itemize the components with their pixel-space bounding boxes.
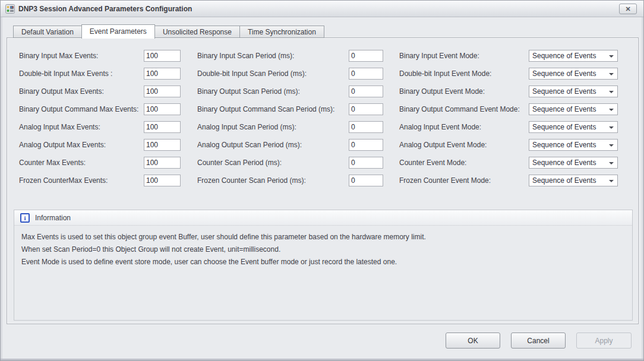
- frozen-counter-scan-period-input[interactable]: [349, 175, 383, 186]
- form-row-analog-output: Analog Output Max Events: Analog Output …: [7, 139, 638, 151]
- binary-output-command-event-mode-value: Sequence of Events: [532, 104, 596, 115]
- analog-input-scan-period-label: Analog Input Scan Period (ms):: [197, 121, 296, 133]
- chevron-down-icon: [609, 126, 614, 129]
- binary-input-event-mode-label: Binary Input Event Mode:: [399, 50, 479, 62]
- app-icon: [5, 4, 15, 14]
- dialog-window: DNP3 Session Advanced Parameters Configu…: [0, 0, 644, 361]
- binary-input-max-events-label: Binary Input Max Events:: [19, 50, 98, 62]
- info-line: Max Events is used to set this object gr…: [21, 231, 625, 243]
- binary-output-command-event-mode-label: Binary Output Command Event Mode:: [399, 103, 520, 115]
- frozen-counter-event-mode-value: Sequence of Events: [532, 175, 596, 186]
- chevron-down-icon: [609, 180, 614, 182]
- binary-output-event-mode-value: Sequence of Events: [532, 86, 596, 97]
- binary-output-command-scan-period-label: Binary Output Command Scan Period (ms):: [197, 103, 334, 115]
- frozen-counter-event-mode-label: Frozen Counter Event Mode:: [399, 175, 491, 186]
- binary-output-scan-period-input[interactable]: [349, 86, 383, 97]
- close-button[interactable]: ✕: [619, 4, 637, 14]
- binary-output-scan-period-label: Binary Output Scan Period (ms):: [197, 86, 300, 97]
- chevron-down-icon: [609, 109, 614, 111]
- frozen-counter-event-mode-select[interactable]: Sequence of Events: [529, 175, 618, 186]
- tab-default-variation[interactable]: Default Variation: [13, 26, 82, 38]
- counter-max-events-label: Counter Max Events:: [19, 157, 86, 169]
- information-group: i Information Max Events is used to set …: [14, 210, 633, 321]
- window-title: DNP3 Session Advanced Parameters Configu…: [18, 1, 192, 17]
- analog-output-max-events-input[interactable]: [144, 139, 181, 151]
- information-title: Information: [35, 210, 71, 226]
- analog-output-max-events-label: Analog Output Max Events:: [19, 139, 106, 151]
- form-row-frozen-counter: Frozen CounterMax Events: Frozen Counter…: [7, 175, 638, 186]
- tab-panel-event-parameters: Binary Input Max Events: Binary Input Sc…: [7, 37, 639, 324]
- form-row-analog-input: Analog Input Max Events: Analog Input Sc…: [7, 121, 638, 133]
- binary-input-scan-period-label: Binary Input Scan Period (ms):: [197, 50, 294, 62]
- double-bit-input-event-mode-label: Double-bit Input Event Mode:: [399, 68, 491, 80]
- binary-input-event-mode-select[interactable]: Sequence of Events: [529, 50, 618, 62]
- binary-output-command-event-mode-select[interactable]: Sequence of Events: [529, 103, 618, 115]
- analog-input-max-events-input[interactable]: [144, 121, 181, 133]
- frozen-counter-max-events-label: Frozen CounterMax Events:: [19, 175, 108, 186]
- chevron-down-icon: [609, 91, 614, 93]
- double-bit-input-max-events-input[interactable]: [144, 68, 181, 80]
- apply-button[interactable]: Apply: [576, 332, 632, 349]
- binary-output-command-max-events-input[interactable]: [144, 103, 181, 115]
- analog-output-scan-period-label: Analog Output Scan Period (ms):: [197, 139, 302, 151]
- form-row-counter: Counter Max Events: Counter Scan Period …: [7, 157, 638, 169]
- analog-output-event-mode-label: Analog Output Event Mode:: [399, 139, 487, 151]
- tab-event-parameters[interactable]: Event Parameters: [81, 24, 155, 39]
- analog-input-event-mode-value: Sequence of Events: [532, 122, 596, 132]
- title-bar: DNP3 Session Advanced Parameters Configu…: [1, 1, 643, 17]
- info-line: Event Mode is used to define event store…: [21, 256, 625, 268]
- tab-time-synchronization[interactable]: Time Synchronization: [239, 26, 324, 38]
- double-bit-input-scan-period-label: Double-bit Input Scan Period (ms):: [197, 68, 307, 80]
- form-row-binary-input: Binary Input Max Events: Binary Input Sc…: [7, 50, 638, 62]
- counter-max-events-input[interactable]: [144, 157, 181, 169]
- ok-button[interactable]: OK: [446, 332, 500, 349]
- double-bit-input-scan-period-input[interactable]: [349, 68, 383, 80]
- info-line: When set Scan Period=0 this Object Group…: [21, 243, 625, 256]
- chevron-down-icon: [609, 162, 614, 164]
- analog-input-max-events-label: Analog Input Max Events:: [19, 121, 100, 133]
- counter-event-mode-select[interactable]: Sequence of Events: [529, 157, 618, 169]
- chevron-down-icon: [609, 73, 614, 75]
- information-header: i Information: [14, 210, 632, 226]
- form-row-double-bit-input: Double-bit Input Max Events : Double-bit…: [7, 68, 638, 80]
- binary-output-event-mode-select[interactable]: Sequence of Events: [529, 86, 618, 97]
- counter-scan-period-label: Counter Scan Period (ms):: [197, 157, 282, 169]
- analog-output-event-mode-select[interactable]: Sequence of Events: [529, 139, 618, 151]
- binary-output-max-events-label: Binary Output Max Events:: [19, 86, 104, 97]
- information-body: Max Events is used to set this object gr…: [14, 226, 632, 274]
- binary-output-event-mode-label: Binary Output Event Mode:: [399, 86, 485, 97]
- binary-output-max-events-input[interactable]: [144, 86, 181, 97]
- counter-event-mode-label: Counter Event Mode:: [399, 157, 466, 169]
- binary-output-command-max-events-label: Binary Output Command Max Events:: [19, 103, 138, 115]
- double-bit-input-max-events-label: Double-bit Input Max Events :: [19, 68, 112, 80]
- tab-unsolicited-response[interactable]: Unsolicited Response: [154, 26, 240, 38]
- analog-input-scan-period-input[interactable]: [349, 121, 383, 133]
- binary-input-event-mode-value: Sequence of Events: [532, 50, 596, 61]
- frozen-counter-max-events-input[interactable]: [144, 175, 181, 186]
- double-bit-input-event-mode-value: Sequence of Events: [532, 68, 596, 79]
- binary-input-max-events-input[interactable]: [144, 50, 181, 62]
- info-icon: i: [20, 213, 30, 223]
- binary-input-scan-period-input[interactable]: [349, 50, 383, 62]
- cancel-button[interactable]: Cancel: [511, 332, 566, 349]
- analog-input-event-mode-label: Analog Input Event Mode:: [399, 121, 481, 133]
- counter-event-mode-value: Sequence of Events: [532, 157, 596, 168]
- tab-strip: Default VariationEvent ParametersUnsolic…: [13, 24, 324, 39]
- binary-output-command-scan-period-input[interactable]: [349, 103, 383, 115]
- form-row-binary-output-command: Binary Output Command Max Events: Binary…: [7, 103, 638, 115]
- counter-scan-period-input[interactable]: [349, 157, 383, 169]
- form-row-binary-output: Binary Output Max Events: Binary Output …: [7, 86, 638, 97]
- frozen-counter-scan-period-label: Frozen Counter Scan Period (ms):: [197, 175, 306, 186]
- chevron-down-icon: [609, 144, 614, 147]
- analog-output-event-mode-value: Sequence of Events: [532, 140, 596, 150]
- analog-output-scan-period-input[interactable]: [349, 139, 383, 151]
- double-bit-input-event-mode-select[interactable]: Sequence of Events: [529, 68, 618, 80]
- chevron-down-icon: [609, 55, 614, 58]
- analog-input-event-mode-select[interactable]: Sequence of Events: [529, 121, 618, 133]
